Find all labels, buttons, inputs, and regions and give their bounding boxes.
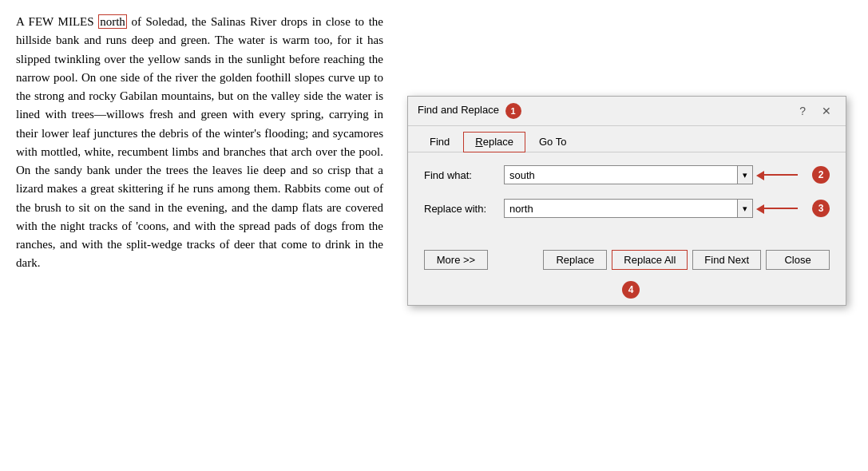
dialog-body: Find what: ▾ 2 Replace with: ▾ [408,152,846,243]
dialog-tabs: Find Replace Go To [408,126,846,152]
replace-arrow [756,203,804,214]
find-replace-dialog: Find and Replace 1 ? ✕ Find Replace Go T… [407,96,846,306]
highlighted-word: north [98,14,127,29]
replace-with-label: Replace with: [424,203,504,215]
close-button[interactable]: Close [766,250,830,270]
dialog-title: Find and Replace 1 [418,103,521,119]
find-what-label: Find what: [424,169,504,181]
find-what-input-wrapper: ▾ [504,165,753,184]
find-what-row: Find what: ▾ 2 [424,165,830,184]
find-next-button[interactable]: Find Next [692,250,761,270]
annotation-badge-3: 3 [812,200,830,217]
tab-replace-underline: R [475,136,482,148]
replace-with-input-wrapper: ▾ [504,199,753,218]
annotation-badge-2: 2 [812,166,830,184]
replace-all-button[interactable]: Replace All [612,250,688,270]
annotation-row-4: 4 [408,281,846,305]
annotation-badge-4: 4 [622,281,640,299]
replace-with-row: Replace with: ▾ 3 [424,199,830,218]
dialog-close-button[interactable]: ✕ [817,103,836,119]
annotation-badge-1: 1 [505,103,521,119]
title-controls: ? ✕ [795,103,836,119]
text-after-highlight: of Soledad, the Salinas River drops in c… [16,15,383,269]
dialog-titlebar: Find and Replace 1 ? ✕ [408,97,846,126]
dialog-buttons: More >> Replace Replace All Find Next Cl… [408,243,846,281]
replace-with-dropdown[interactable]: ▾ [738,199,753,218]
find-what-dropdown[interactable]: ▾ [738,165,753,184]
find-arrow [756,169,804,180]
replace-button[interactable]: Replace [543,250,607,270]
tab-replace[interactable]: Replace [463,132,525,152]
document-text: A FEW MILES north of Soledad, the Salina… [0,0,399,471]
replace-with-input[interactable] [504,199,738,218]
text-before-highlight: A FEW MILES [16,15,98,28]
find-what-input[interactable] [504,165,738,184]
tab-goto[interactable]: Go To [527,132,578,152]
more-button[interactable]: More >> [424,250,488,270]
help-button[interactable]: ? [795,103,811,119]
tab-find[interactable]: Find [418,132,462,152]
